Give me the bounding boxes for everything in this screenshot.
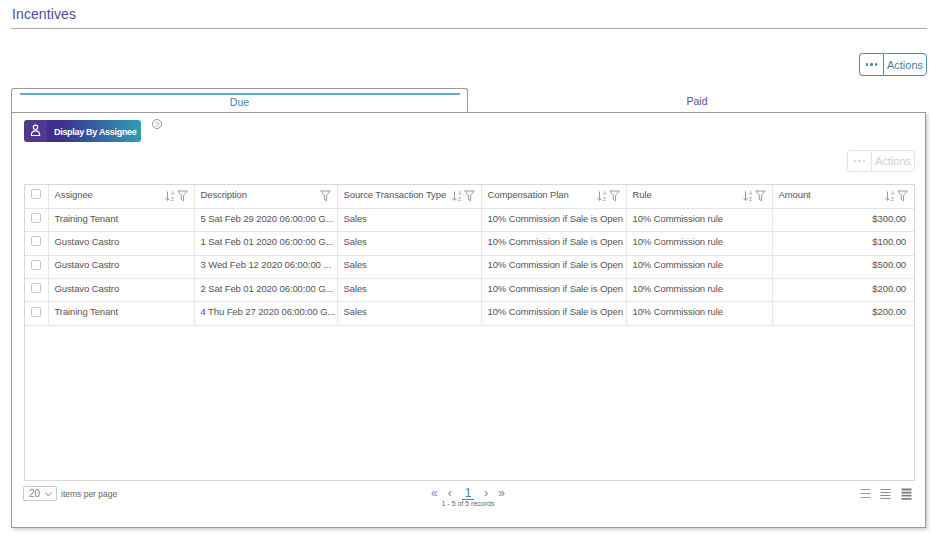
svg-text:Z: Z [891,196,894,202]
svg-text:Z: Z [749,196,752,202]
svg-text:Z: Z [458,196,461,202]
svg-text:Z: Z [603,196,606,202]
svg-text:Z: Z [171,196,174,202]
